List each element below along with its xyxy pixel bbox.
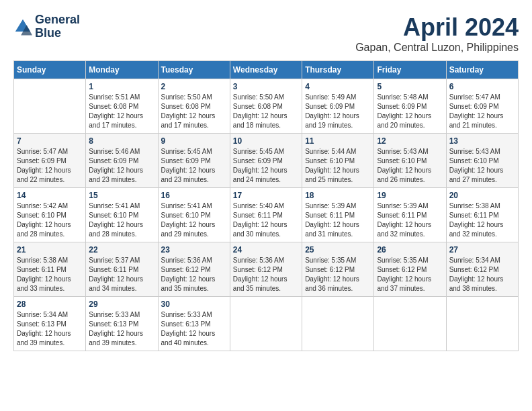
day-number: 7 xyxy=(17,136,83,146)
day-number: 26 xyxy=(377,245,443,255)
calendar-cell: 9Sunrise: 5:45 AM Sunset: 6:09 PM Daylig… xyxy=(158,134,230,188)
day-info: Sunrise: 5:37 AM Sunset: 6:11 PM Dayligh… xyxy=(89,256,154,293)
day-info: Sunrise: 5:36 AM Sunset: 6:12 PM Dayligh… xyxy=(161,256,227,293)
day-info: Sunrise: 5:38 AM Sunset: 6:11 PM Dayligh… xyxy=(17,256,83,293)
day-info: Sunrise: 5:49 AM Sunset: 6:09 PM Dayligh… xyxy=(305,93,371,130)
day-number: 15 xyxy=(89,191,154,200)
day-info: Sunrise: 5:34 AM Sunset: 6:13 PM Dayligh… xyxy=(17,310,83,348)
title-block: April 2024 Gapan, Central Luzon, Philipp… xyxy=(355,13,519,54)
day-info: Sunrise: 5:33 AM Sunset: 6:13 PM Dayligh… xyxy=(89,310,154,348)
calendar-cell: 20Sunrise: 5:38 AM Sunset: 6:11 PM Dayli… xyxy=(446,188,518,242)
calendar-cell: 21Sunrise: 5:38 AM Sunset: 6:11 PM Dayli… xyxy=(14,242,86,297)
calendar-cell: 26Sunrise: 5:35 AM Sunset: 6:12 PM Dayli… xyxy=(374,242,446,297)
day-info: Sunrise: 5:36 AM Sunset: 6:12 PM Dayligh… xyxy=(233,256,299,293)
calendar-week-row: 1Sunrise: 5:51 AM Sunset: 6:08 PM Daylig… xyxy=(14,79,519,134)
calendar-cell: 1Sunrise: 5:51 AM Sunset: 6:08 PM Daylig… xyxy=(86,79,158,134)
day-number: 27 xyxy=(449,245,515,255)
day-info: Sunrise: 5:39 AM Sunset: 6:11 PM Dayligh… xyxy=(305,201,371,239)
calendar-cell: 14Sunrise: 5:42 AM Sunset: 6:10 PM Dayli… xyxy=(14,188,86,242)
day-number: 28 xyxy=(17,300,83,309)
calendar-cell: 4Sunrise: 5:49 AM Sunset: 6:09 PM Daylig… xyxy=(302,79,374,134)
calendar-cell: 12Sunrise: 5:43 AM Sunset: 6:10 PM Dayli… xyxy=(374,134,446,188)
day-number: 29 xyxy=(89,300,154,309)
day-info: Sunrise: 5:33 AM Sunset: 6:13 PM Dayligh… xyxy=(161,310,227,348)
day-number: 22 xyxy=(89,245,154,255)
day-number: 30 xyxy=(161,300,227,309)
day-info: Sunrise: 5:44 AM Sunset: 6:10 PM Dayligh… xyxy=(305,147,371,185)
day-info: Sunrise: 5:50 AM Sunset: 6:08 PM Dayligh… xyxy=(233,93,299,130)
calendar-table: SundayMondayTuesdayWednesdayThursdayFrid… xyxy=(13,60,519,351)
day-number: 14 xyxy=(17,191,83,200)
day-number: 17 xyxy=(233,191,299,200)
calendar-cell: 25Sunrise: 5:35 AM Sunset: 6:12 PM Dayli… xyxy=(302,242,374,297)
logo-line1: General xyxy=(35,13,80,27)
calendar-cell xyxy=(230,297,302,351)
calendar-cell: 11Sunrise: 5:44 AM Sunset: 6:10 PM Dayli… xyxy=(302,134,374,188)
calendar-week-row: 14Sunrise: 5:42 AM Sunset: 6:10 PM Dayli… xyxy=(14,188,519,242)
calendar-cell: 19Sunrise: 5:39 AM Sunset: 6:11 PM Dayli… xyxy=(374,188,446,242)
calendar-cell: 22Sunrise: 5:37 AM Sunset: 6:11 PM Dayli… xyxy=(86,242,158,297)
calendar-cell: 16Sunrise: 5:41 AM Sunset: 6:10 PM Dayli… xyxy=(158,188,230,242)
day-number: 2 xyxy=(161,82,227,91)
day-info: Sunrise: 5:42 AM Sunset: 6:10 PM Dayligh… xyxy=(17,201,83,239)
day-info: Sunrise: 5:47 AM Sunset: 6:09 PM Dayligh… xyxy=(17,147,83,185)
day-number: 13 xyxy=(449,136,515,146)
calendar-header-cell: Saturday xyxy=(446,61,518,79)
day-info: Sunrise: 5:43 AM Sunset: 6:10 PM Dayligh… xyxy=(377,147,443,185)
calendar-header-cell: Thursday xyxy=(302,61,374,79)
calendar-header-cell: Sunday xyxy=(14,61,86,79)
day-info: Sunrise: 5:41 AM Sunset: 6:10 PM Dayligh… xyxy=(161,201,227,239)
day-info: Sunrise: 5:46 AM Sunset: 6:09 PM Dayligh… xyxy=(89,147,154,185)
logo: General Blue xyxy=(13,13,80,40)
day-info: Sunrise: 5:40 AM Sunset: 6:11 PM Dayligh… xyxy=(233,201,299,239)
calendar-header-cell: Tuesday xyxy=(158,61,230,79)
calendar-cell: 2Sunrise: 5:50 AM Sunset: 6:08 PM Daylig… xyxy=(158,79,230,134)
calendar-cell: 3Sunrise: 5:50 AM Sunset: 6:08 PM Daylig… xyxy=(230,79,302,134)
calendar-cell: 17Sunrise: 5:40 AM Sunset: 6:11 PM Dayli… xyxy=(230,188,302,242)
day-number: 6 xyxy=(449,82,515,91)
calendar-cell: 28Sunrise: 5:34 AM Sunset: 6:13 PM Dayli… xyxy=(14,297,86,351)
day-number: 12 xyxy=(377,136,443,146)
calendar-week-row: 21Sunrise: 5:38 AM Sunset: 6:11 PM Dayli… xyxy=(14,242,519,297)
day-number: 16 xyxy=(161,191,227,200)
day-number: 11 xyxy=(305,136,371,146)
day-number: 21 xyxy=(17,245,83,255)
day-number: 20 xyxy=(449,191,515,200)
day-number: 10 xyxy=(233,136,299,146)
day-info: Sunrise: 5:43 AM Sunset: 6:10 PM Dayligh… xyxy=(449,147,515,185)
calendar-cell: 10Sunrise: 5:45 AM Sunset: 6:09 PM Dayli… xyxy=(230,134,302,188)
calendar-cell: 15Sunrise: 5:41 AM Sunset: 6:10 PM Dayli… xyxy=(86,188,158,242)
calendar-week-row: 28Sunrise: 5:34 AM Sunset: 6:13 PM Dayli… xyxy=(14,297,519,351)
logo-line2: Blue xyxy=(35,27,80,40)
day-info: Sunrise: 5:38 AM Sunset: 6:11 PM Dayligh… xyxy=(449,201,515,239)
calendar-cell: 13Sunrise: 5:43 AM Sunset: 6:10 PM Dayli… xyxy=(446,134,518,188)
calendar-cell: 5Sunrise: 5:48 AM Sunset: 6:09 PM Daylig… xyxy=(374,79,446,134)
calendar-header-cell: Friday xyxy=(374,61,446,79)
day-info: Sunrise: 5:41 AM Sunset: 6:10 PM Dayligh… xyxy=(89,201,154,239)
calendar-cell: 30Sunrise: 5:33 AM Sunset: 6:13 PM Dayli… xyxy=(158,297,230,351)
day-info: Sunrise: 5:50 AM Sunset: 6:08 PM Dayligh… xyxy=(161,93,227,130)
month-title: April 2024 xyxy=(355,13,519,42)
calendar-cell: 8Sunrise: 5:46 AM Sunset: 6:09 PM Daylig… xyxy=(86,134,158,188)
day-number: 19 xyxy=(377,191,443,200)
day-info: Sunrise: 5:45 AM Sunset: 6:09 PM Dayligh… xyxy=(161,147,227,185)
day-number: 3 xyxy=(233,82,299,91)
logo-text: General Blue xyxy=(35,13,80,40)
day-info: Sunrise: 5:35 AM Sunset: 6:12 PM Dayligh… xyxy=(377,256,443,293)
calendar-cell xyxy=(446,297,518,351)
calendar-cell: 29Sunrise: 5:33 AM Sunset: 6:13 PM Dayli… xyxy=(86,297,158,351)
day-info: Sunrise: 5:45 AM Sunset: 6:09 PM Dayligh… xyxy=(233,147,299,185)
logo-icon xyxy=(13,17,32,36)
calendar-cell: 18Sunrise: 5:39 AM Sunset: 6:11 PM Dayli… xyxy=(302,188,374,242)
day-info: Sunrise: 5:47 AM Sunset: 6:09 PM Dayligh… xyxy=(449,93,515,130)
day-number: 8 xyxy=(89,136,154,146)
calendar-header-row: SundayMondayTuesdayWednesdayThursdayFrid… xyxy=(14,61,519,79)
day-number: 4 xyxy=(305,82,371,91)
day-info: Sunrise: 5:51 AM Sunset: 6:08 PM Dayligh… xyxy=(89,93,154,130)
location-title: Gapan, Central Luzon, Philippines xyxy=(355,42,519,54)
day-info: Sunrise: 5:48 AM Sunset: 6:09 PM Dayligh… xyxy=(377,93,443,130)
day-number: 1 xyxy=(89,82,154,91)
day-number: 9 xyxy=(161,136,227,146)
day-number: 23 xyxy=(161,245,227,255)
day-info: Sunrise: 5:39 AM Sunset: 6:11 PM Dayligh… xyxy=(377,201,443,239)
